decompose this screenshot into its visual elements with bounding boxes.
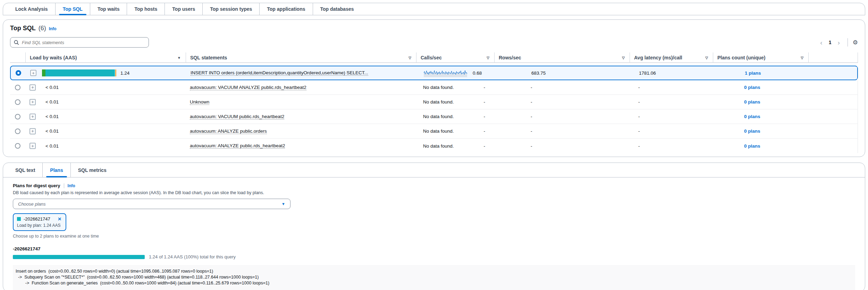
- plans-count-link[interactable]: 0 plans: [744, 99, 760, 105]
- title-divider: [64, 183, 64, 188]
- detail-panel: SQL textPlansSQL metrics Plans for diges…: [3, 163, 865, 290]
- choose-plans-select[interactable]: Choose plans ▼: [13, 199, 290, 209]
- plan-text-line: Insert on orders (cost=0.00..62.50 rows=…: [16, 268, 852, 274]
- plans-count-link[interactable]: 0 plans: [744, 129, 760, 134]
- calls-sparkline: [424, 69, 467, 77]
- row-select-radio[interactable]: [15, 114, 20, 119]
- column-header-load[interactable]: Load by waits (AAS) ▼: [25, 52, 186, 63]
- sql-statement-link[interactable]: autovacuum: ANALYZE public.rds_heartbeat…: [190, 143, 285, 149]
- tab-top-databases[interactable]: Top databases: [313, 3, 361, 15]
- load-value: < 0.01: [45, 85, 59, 90]
- section-title: Plans for digest query: [13, 183, 60, 188]
- row-select-radio[interactable]: [16, 70, 21, 76]
- sql-statement-link[interactable]: Unknown: [190, 99, 209, 105]
- row-select-radio[interactable]: [15, 129, 20, 134]
- panel-header: Top SQL (6) Info: [10, 25, 858, 35]
- tab-top-applications[interactable]: Top applications: [259, 3, 312, 15]
- info-link[interactable]: Info: [49, 26, 57, 31]
- table-row[interactable]: + < 0.01 autovacuum: VACUUM public.rds_h…: [10, 109, 858, 124]
- column-header-sql[interactable]: SQL statements ▽: [186, 52, 416, 63]
- load-value: < 0.01: [45, 143, 59, 149]
- tab-top-sql[interactable]: Top SQL: [55, 3, 90, 15]
- tab-plans[interactable]: Plans: [42, 163, 70, 177]
- tab-sql-metrics[interactable]: SQL metrics: [70, 163, 114, 177]
- settings-gear-icon[interactable]: ⚙: [853, 39, 858, 46]
- column-header-trailing: [808, 52, 858, 63]
- prev-page-button[interactable]: ‹: [817, 39, 825, 46]
- expand-row-icon[interactable]: +: [30, 84, 36, 91]
- tab-top-waits[interactable]: Top waits: [90, 3, 127, 15]
- page-title: Top SQL: [10, 25, 36, 32]
- no-data-note: No data found.: [423, 99, 454, 105]
- expand-row-icon[interactable]: +: [30, 70, 36, 76]
- row-select-radio[interactable]: [15, 85, 20, 90]
- dismiss-token-icon[interactable]: ×: [58, 216, 61, 222]
- load-value: < 0.01: [45, 114, 59, 119]
- avg-latency-value: 1781.06: [639, 71, 656, 76]
- filter-icon[interactable]: ▽: [801, 56, 803, 60]
- tab-sql-text[interactable]: SQL text: [8, 163, 42, 177]
- sql-statement-link[interactable]: autovacuum: ANALYZE public.orders: [190, 129, 267, 134]
- plans-count-link[interactable]: 0 plans: [744, 143, 760, 149]
- pagination: ‹ 1 › ⚙: [817, 38, 858, 47]
- rows-per-sec-value: -: [531, 99, 532, 105]
- rows-per-sec-value: -: [531, 143, 532, 149]
- plan-title: -2026621747: [13, 246, 855, 251]
- expand-row-icon[interactable]: +: [30, 114, 36, 120]
- current-page[interactable]: 1: [827, 40, 834, 45]
- calls-value: -: [484, 85, 486, 90]
- table-body: + 1.24 INSERT INTO orders (orderId,itemD…: [10, 66, 858, 153]
- row-select-radio[interactable]: [15, 99, 20, 105]
- plans-count-link[interactable]: 1 plans: [745, 71, 761, 76]
- select-placeholder: Choose plans: [18, 201, 46, 207]
- plans-count-link[interactable]: 0 plans: [744, 114, 760, 119]
- filter-icon[interactable]: ▽: [622, 56, 625, 60]
- expand-row-icon[interactable]: +: [30, 143, 36, 149]
- column-header-plans[interactable]: Plans count (unique) ▽: [713, 52, 808, 63]
- plans-count-link[interactable]: 0 plans: [744, 85, 760, 90]
- progress-fill: [13, 255, 145, 259]
- progress-label: 1.24 of 1.24 AAS (100%) total for this q…: [149, 254, 236, 259]
- table-row[interactable]: + 1.24 INSERT INTO orders (orderId,itemD…: [10, 66, 858, 80]
- tab-top-hosts[interactable]: Top hosts: [127, 3, 165, 15]
- selected-plan-token: -2026621747 × Load by plan: 1.24 AAS: [13, 213, 66, 231]
- calls-value: -: [484, 143, 486, 149]
- search-box[interactable]: [10, 37, 149, 48]
- progress-track: [13, 255, 145, 259]
- filter-icon[interactable]: ▽: [705, 56, 708, 60]
- table-row[interactable]: + < 0.01 autovacuum: ANALYZE public.orde…: [10, 124, 858, 139]
- calls-value: -: [484, 114, 486, 119]
- no-data-note: No data found.: [423, 129, 454, 134]
- sql-statement-link[interactable]: autovacuum: VACUUM public.rds_heartbeat2: [190, 114, 284, 119]
- table-row[interactable]: + < 0.01 autovacuum: VACUUM ANALYZE publ…: [10, 80, 858, 95]
- sql-statement-link[interactable]: autovacuum: VACUUM ANALYZE public.rds_he…: [190, 85, 306, 90]
- expand-row-icon[interactable]: +: [30, 99, 36, 105]
- avg-latency-value: -: [638, 114, 640, 119]
- toolbar-divider: [848, 38, 848, 47]
- column-header-calls[interactable]: Calls/sec ▽: [416, 52, 494, 63]
- next-page-button[interactable]: ›: [835, 39, 842, 46]
- no-data-note: No data found.: [423, 114, 454, 119]
- detail-body: Plans for digest query Info DB load caus…: [3, 177, 865, 290]
- filter-icon[interactable]: ▽: [408, 56, 411, 60]
- tab-top-users[interactable]: Top users: [165, 3, 202, 15]
- tab-top-session-types[interactable]: Top session types: [202, 3, 259, 15]
- table-row[interactable]: + < 0.01 autovacuum: ANALYZE public.rds_…: [10, 139, 858, 153]
- filter-icon[interactable]: ▼: [177, 56, 181, 60]
- rows-per-sec-value: 683.75: [531, 71, 546, 76]
- filter-icon[interactable]: ▽: [487, 56, 489, 60]
- result-count: (6): [39, 25, 46, 32]
- column-header-rows[interactable]: Rows/sec ▽: [494, 52, 630, 63]
- row-select-radio[interactable]: [15, 143, 20, 149]
- info-link[interactable]: Info: [68, 183, 75, 188]
- plan-text-line: -> Function Scan on generate_series (cos…: [16, 280, 852, 286]
- tab-lock-analysis[interactable]: Lock Analysis: [8, 3, 55, 15]
- table-row[interactable]: + < 0.01 Unknown No data found.- - - 0 p…: [10, 95, 858, 109]
- load-by-waits-bar: [42, 69, 116, 76]
- search-input[interactable]: [22, 40, 145, 45]
- expand-row-icon[interactable]: +: [30, 128, 36, 134]
- avg-latency-value: -: [638, 143, 640, 149]
- column-header-latency[interactable]: Avg latency (ms)/call ▽: [630, 52, 713, 63]
- avg-latency-value: -: [638, 85, 640, 90]
- sql-statement-link[interactable]: INSERT INTO orders (orderId,itemDescript…: [191, 70, 368, 76]
